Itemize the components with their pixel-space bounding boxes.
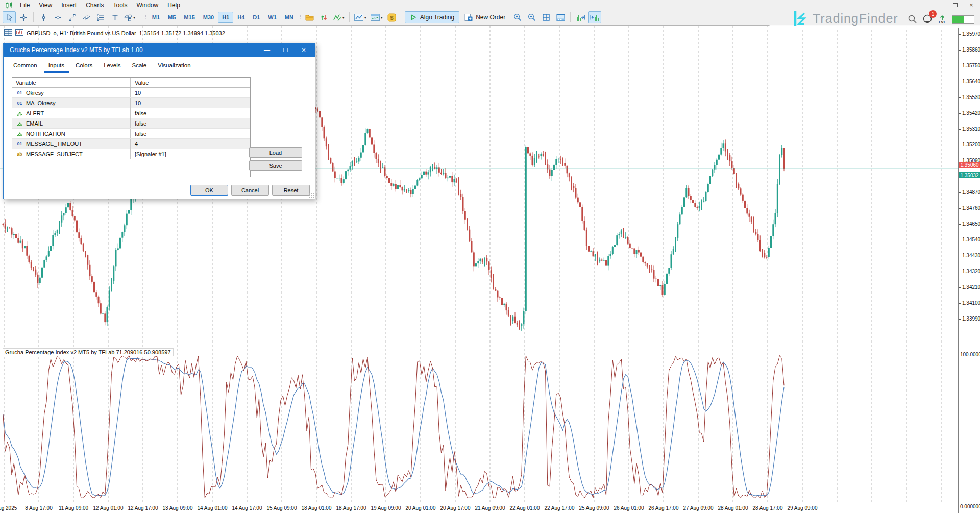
param-value[interactable]: false (130, 108, 250, 118)
text-tool-icon[interactable] (108, 11, 121, 23)
shift-chart-left-icon[interactable] (588, 11, 601, 23)
param-value[interactable]: 4 (130, 139, 250, 149)
param-row-email[interactable]: EMAILfalse (12, 118, 250, 129)
param-value[interactable]: false (130, 129, 250, 138)
menu-item-help[interactable]: Help (163, 1, 185, 10)
dialog-tab-inputs[interactable]: Inputs (44, 60, 69, 73)
menu-item-file[interactable]: File (15, 1, 34, 10)
timeframe-button-h4[interactable]: H4 (233, 12, 249, 23)
save-button[interactable]: Save (249, 160, 302, 171)
chart-type-icon[interactable]: ▾ (353, 11, 368, 23)
dropdown-arrow-icon[interactable]: ▾ (133, 15, 135, 20)
timeframe-button-mn[interactable]: MN (281, 12, 298, 23)
column-header-variable[interactable]: Variable (12, 78, 130, 87)
time-tick-label: 21 Aug 09:00 (475, 505, 505, 511)
algo-trading-button[interactable]: Algo Trading (405, 11, 459, 23)
app-minimize-button[interactable]: — (932, 1, 945, 9)
shapes-icon[interactable]: ▾ (122, 11, 137, 23)
horizontal-line-icon[interactable] (51, 11, 64, 23)
menu-item-view[interactable]: View (34, 1, 57, 10)
channel-icon[interactable] (80, 11, 93, 23)
param-row-okresy[interactable]: 01Okresy10 (12, 88, 250, 98)
reset-button[interactable]: Reset (272, 185, 310, 196)
param-name: NOTIFICATION (26, 131, 65, 137)
fibonacci-icon[interactable] (94, 11, 107, 23)
cancel-button[interactable]: Cancel (231, 185, 269, 196)
pane-divider[interactable] (0, 344, 958, 347)
dialog-close-button[interactable]: × (295, 43, 313, 57)
time-tick-label: 15 Aug 09:00 (267, 505, 297, 511)
search-icon[interactable] (908, 14, 917, 25)
zoom-out-icon[interactable] (525, 11, 538, 23)
menu-item-window[interactable]: Window (132, 1, 163, 10)
param-value[interactable]: [Signaler #1] (130, 149, 250, 159)
ok-button[interactable]: OK (190, 185, 228, 196)
new-order-button[interactable]: New Order (459, 11, 510, 23)
param-value[interactable]: 10 (130, 88, 250, 97)
dropdown-arrow-icon[interactable]: ▾ (364, 15, 366, 20)
param-value[interactable]: false (130, 118, 250, 128)
menu-item-tools[interactable]: Tools (109, 1, 132, 10)
timeframe-button-d1[interactable]: D1 (249, 12, 264, 23)
dialog-tab-colors[interactable]: Colors (71, 60, 97, 73)
param-row-message_subject[interactable]: abMESSAGE_SUBJECT[Signaler #1] (12, 149, 250, 159)
dialog-tab-visualization[interactable]: Visualization (153, 60, 195, 73)
chart-shortcut-icon[interactable] (15, 29, 23, 37)
quotes-icon[interactable]: $ (385, 11, 399, 23)
buy-sell-arrows-icon[interactable] (317, 11, 331, 23)
profiles-folder-icon[interactable] (303, 11, 316, 23)
menu-item-charts[interactable]: Charts (81, 1, 108, 10)
price-axis[interactable]: 1.359701.358601.357501.356401.355301.354… (958, 26, 980, 513)
time-tick-label: 29 Aug 09:00 (788, 505, 818, 511)
dialog-tab-common[interactable]: Common (9, 60, 42, 73)
param-row-alert[interactable]: ALERTfalse (12, 108, 250, 118)
time-axis[interactable]: 8 Aug 20258 Aug 17:0011 Aug 09:0012 Aug … (0, 503, 958, 513)
column-header-value[interactable]: Value (130, 78, 250, 87)
market-watch-icon[interactable] (4, 29, 12, 37)
param-row-notification[interactable]: NOTIFICATIONfalse (12, 129, 250, 139)
price-tick-mark (959, 50, 961, 51)
param-row-ma_okresy[interactable]: 01MA_Okresy10 (12, 98, 250, 108)
load-button[interactable]: Load (249, 147, 302, 158)
timeframe-button-m15[interactable]: M15 (180, 12, 199, 23)
menu-item-insert[interactable]: Insert (57, 1, 81, 10)
tile-windows-icon[interactable] (540, 11, 553, 23)
dialog-tab-scale[interactable]: Scale (127, 60, 151, 73)
time-tick-label: 12 Aug 01:00 (93, 505, 124, 511)
chart-template-icon[interactable]: ▾ (369, 11, 384, 23)
param-name: MESSAGE_SUBJECT (26, 151, 83, 157)
param-row-message_timeout[interactable]: 01MESSAGE_TIMEOUT4 (12, 139, 250, 149)
indicators-icon[interactable]: ▾ (332, 11, 346, 23)
lvl-indicator: LVL (939, 14, 946, 25)
crosshair-icon[interactable] (17, 11, 30, 23)
app-close-button[interactable]: × (965, 1, 978, 9)
param-value[interactable]: 10 (130, 98, 250, 108)
timeframe-button-m1[interactable]: M1 (148, 12, 164, 23)
timeframe-button-m30[interactable]: M30 (199, 12, 218, 23)
shift-chart-right-icon[interactable] (574, 11, 587, 23)
dropdown-arrow-icon[interactable]: ▾ (381, 15, 383, 20)
toolbar-drag-handle[interactable]: ⁞ (145, 15, 146, 20)
trendline-icon[interactable] (65, 11, 79, 23)
notifications-icon[interactable]: 1 (923, 14, 933, 25)
app-restore-button[interactable] (948, 1, 962, 9)
dropdown-arrow-icon[interactable]: ▾ (342, 15, 345, 20)
timeframe-button-m5[interactable]: M5 (164, 12, 180, 23)
dialog-resize-grip[interactable] (309, 192, 314, 198)
timeframe-button-w1[interactable]: W1 (264, 12, 281, 23)
timeframe-button-h1[interactable]: H1 (218, 12, 233, 23)
bid-price-badge: 1.35032 (959, 172, 980, 178)
price-tick-label: 1.34210 (962, 284, 980, 290)
vertical-line-icon[interactable] (37, 11, 50, 23)
zoom-in-icon[interactable] (511, 11, 524, 23)
toggle-panel-icon[interactable] (554, 11, 567, 23)
dialog-title-bar[interactable]: Grucha Percentage Index v2 MT5 by TFLab … (4, 43, 315, 57)
toolbar-drag-handle[interactable]: ⁞ (300, 15, 301, 20)
dialog-minimize-button[interactable]: — (258, 43, 276, 57)
dialog-tabs: CommonInputsColorsLevelsScaleVisualizati… (9, 60, 195, 73)
dialog-tab-levels[interactable]: Levels (99, 60, 125, 73)
cursor-icon[interactable] (3, 11, 16, 23)
dialog-maximize-button[interactable] (276, 43, 295, 57)
time-tick-label: 22 Aug 17:00 (545, 505, 575, 511)
ask-price-badge: 1.35060 (959, 162, 980, 168)
